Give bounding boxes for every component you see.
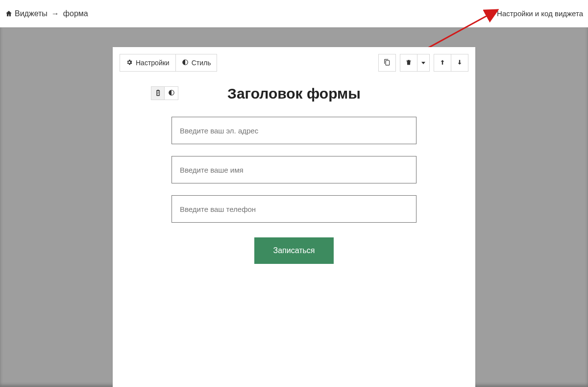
phone-field[interactable] xyxy=(172,195,416,223)
email-field[interactable] xyxy=(172,117,416,144)
breadcrumb: Виджеты → форма xyxy=(5,9,88,18)
style-title-button[interactable] xyxy=(165,86,178,100)
topbar: Виджеты → форма Настройки и код виджета xyxy=(0,0,588,27)
breadcrumb-separator: → xyxy=(51,9,59,18)
gear-icon xyxy=(488,9,495,18)
gear-icon xyxy=(126,59,133,67)
name-field[interactable] xyxy=(172,156,416,183)
style-button[interactable]: Стиль xyxy=(176,54,218,72)
form-title[interactable]: Заголовок формы xyxy=(227,85,361,102)
contrast-icon xyxy=(182,59,189,67)
form-body: Записаться xyxy=(113,102,475,284)
editor-stage: Настройки Стиль xyxy=(0,27,588,387)
heading-mini-toolbar xyxy=(151,86,178,100)
form-widget-card: Настройки Стиль xyxy=(113,47,475,387)
contrast-icon xyxy=(168,89,175,98)
delete-button[interactable] xyxy=(400,54,417,72)
home-icon xyxy=(5,10,13,18)
duplicate-button[interactable] xyxy=(378,54,396,72)
breadcrumb-root[interactable]: Виджеты xyxy=(15,9,48,18)
widget-settings-link[interactable]: Настройки и код виджета xyxy=(488,9,583,18)
arrow-down-icon xyxy=(456,59,463,67)
trash-icon xyxy=(405,59,412,67)
settings-button[interactable]: Настройки xyxy=(120,54,176,72)
copy-icon xyxy=(384,59,391,67)
move-up-button[interactable] xyxy=(434,54,451,72)
arrow-up-icon xyxy=(439,59,446,67)
card-toolbar-right xyxy=(378,54,468,72)
settings-style-group: Настройки Стиль xyxy=(120,54,217,72)
submit-button[interactable]: Записаться xyxy=(254,237,333,264)
move-down-button[interactable] xyxy=(451,54,468,72)
breadcrumb-current: форма xyxy=(63,9,88,18)
style-button-label: Стиль xyxy=(192,59,211,67)
chevron-down-icon xyxy=(421,62,425,64)
heading-row: Заголовок формы xyxy=(113,85,475,102)
clipboard-icon xyxy=(154,89,161,98)
settings-button-label: Настройки xyxy=(136,59,170,67)
card-toolbar: Настройки Стиль xyxy=(113,47,475,72)
widget-settings-label: Настройки и код виджета xyxy=(497,9,583,18)
delete-dropdown[interactable] xyxy=(417,54,430,72)
submit-row: Записаться xyxy=(172,237,416,264)
edit-title-button[interactable] xyxy=(151,86,165,100)
